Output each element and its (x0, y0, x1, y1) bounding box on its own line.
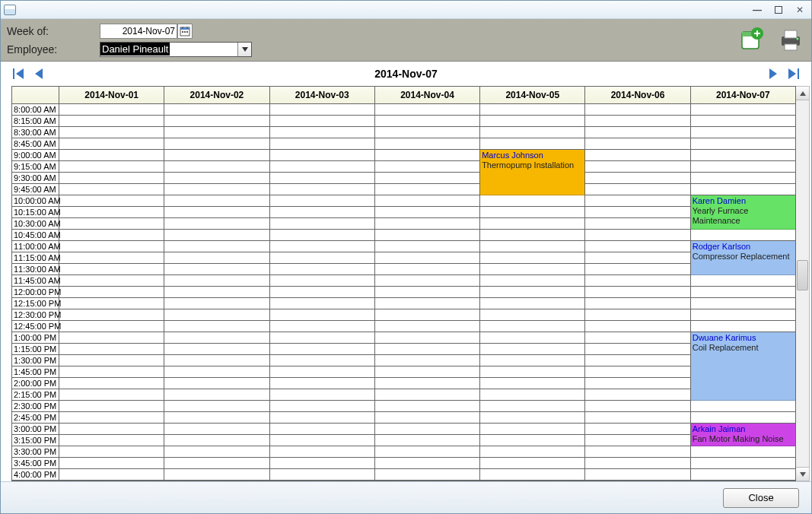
time-slot[interactable] (691, 469, 795, 481)
time-slot[interactable] (691, 104, 795, 116)
week-of-input[interactable] (100, 24, 177, 39)
time-slot[interactable] (164, 446, 269, 458)
time-slot[interactable] (375, 161, 479, 173)
calendar-event[interactable]: Karen DamienYearly Furnace Maintenance (691, 195, 795, 230)
minimize-icon[interactable]: — (749, 5, 766, 15)
maximize-icon[interactable] (770, 5, 787, 15)
time-slot[interactable] (691, 138, 795, 150)
time-slot[interactable] (375, 344, 479, 355)
time-slot[interactable] (691, 298, 795, 309)
time-slot[interactable] (480, 264, 584, 275)
time-slot[interactable] (59, 264, 164, 275)
time-slot[interactable] (480, 127, 584, 138)
time-slot[interactable] (59, 116, 164, 127)
time-slot[interactable] (270, 458, 374, 469)
time-slot[interactable] (164, 195, 269, 207)
time-slot[interactable] (691, 275, 795, 287)
time-slot[interactable] (585, 230, 689, 241)
time-slot[interactable] (375, 195, 479, 207)
time-slot[interactable] (270, 173, 374, 184)
time-slot[interactable] (270, 355, 374, 366)
time-slot[interactable] (59, 424, 164, 435)
time-slot[interactable] (480, 366, 584, 378)
time-slot[interactable] (375, 184, 479, 195)
time-slot[interactable] (375, 321, 479, 332)
time-slot[interactable] (585, 264, 689, 275)
last-page-button[interactable] (785, 66, 801, 81)
time-slot[interactable] (585, 355, 689, 366)
time-slot[interactable] (375, 378, 479, 389)
time-slot[interactable] (270, 366, 374, 378)
time-slot[interactable] (164, 401, 269, 412)
time-slot[interactable] (164, 321, 269, 332)
time-slot[interactable] (59, 173, 164, 184)
time-slot[interactable] (164, 218, 269, 230)
time-slot[interactable] (164, 355, 269, 366)
time-slot[interactable] (270, 241, 374, 252)
time-slot[interactable] (375, 309, 479, 321)
time-slot[interactable] (375, 173, 479, 184)
time-slot[interactable] (270, 207, 374, 218)
time-slot[interactable] (585, 389, 689, 401)
time-slot[interactable] (59, 230, 164, 241)
scroll-thumb[interactable] (797, 260, 808, 290)
time-slot[interactable] (375, 264, 479, 275)
time-slot[interactable] (480, 195, 584, 207)
time-slot[interactable] (59, 378, 164, 389)
time-slot[interactable] (270, 275, 374, 287)
time-slot[interactable] (691, 184, 795, 195)
time-slot[interactable] (585, 104, 689, 116)
time-slot[interactable] (59, 355, 164, 366)
day-column[interactable] (270, 104, 375, 481)
time-slot[interactable] (691, 287, 795, 298)
day-column[interactable] (375, 104, 480, 481)
time-slot[interactable] (270, 161, 374, 173)
vertical-scrollbar[interactable] (796, 86, 810, 481)
time-slot[interactable] (691, 446, 795, 458)
time-slot[interactable] (59, 366, 164, 378)
time-slot[interactable] (164, 138, 269, 150)
time-slot[interactable] (691, 412, 795, 424)
time-slot[interactable] (691, 230, 795, 241)
time-slot[interactable] (691, 309, 795, 321)
time-slot[interactable] (164, 344, 269, 355)
time-slot[interactable] (480, 138, 584, 150)
time-slot[interactable] (164, 309, 269, 321)
time-slot[interactable] (585, 412, 689, 424)
time-slot[interactable] (691, 150, 795, 161)
time-slot[interactable] (59, 344, 164, 355)
time-slot[interactable] (59, 332, 164, 344)
time-slot[interactable] (270, 378, 374, 389)
time-slot[interactable] (164, 366, 269, 378)
time-slot[interactable] (585, 298, 689, 309)
time-slot[interactable] (691, 161, 795, 173)
time-slot[interactable] (585, 344, 689, 355)
time-slot[interactable] (585, 161, 689, 173)
time-slot[interactable] (480, 218, 584, 230)
time-slot[interactable] (270, 412, 374, 424)
time-slot[interactable] (480, 275, 584, 287)
time-slot[interactable] (375, 446, 479, 458)
time-slot[interactable] (585, 116, 689, 127)
time-slot[interactable] (480, 116, 584, 127)
time-slot[interactable] (270, 298, 374, 309)
time-slot[interactable] (164, 458, 269, 469)
time-slot[interactable] (59, 252, 164, 264)
time-slot[interactable] (59, 309, 164, 321)
time-slot[interactable] (585, 435, 689, 446)
time-slot[interactable] (59, 435, 164, 446)
time-slot[interactable] (270, 446, 374, 458)
time-slot[interactable] (164, 230, 269, 241)
time-slot[interactable] (59, 298, 164, 309)
time-slot[interactable] (164, 207, 269, 218)
time-slot[interactable] (164, 287, 269, 298)
time-slot[interactable] (585, 218, 689, 230)
time-slot[interactable] (164, 127, 269, 138)
time-slot[interactable] (480, 321, 584, 332)
time-slot[interactable] (480, 469, 584, 481)
time-slot[interactable] (59, 321, 164, 332)
time-slot[interactable] (691, 458, 795, 469)
time-slot[interactable] (59, 207, 164, 218)
time-slot[interactable] (164, 469, 269, 481)
time-slot[interactable] (164, 116, 269, 127)
